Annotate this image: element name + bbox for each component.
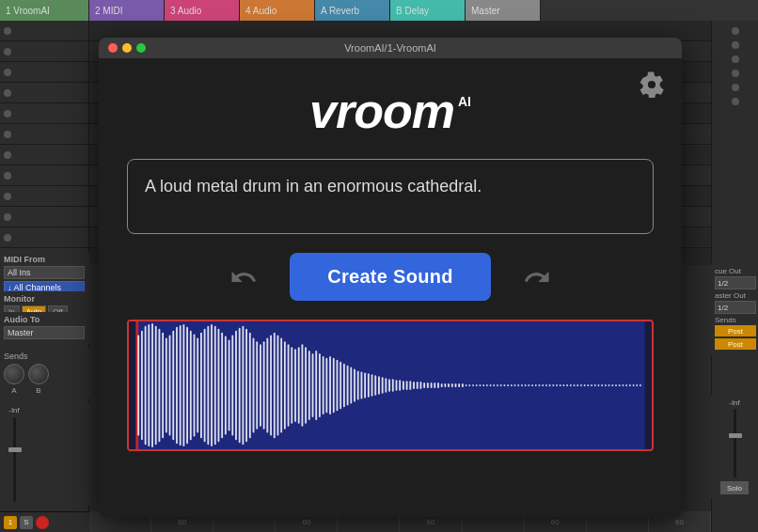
sidebar-track-11 [0, 227, 88, 248]
svg-rect-56 [323, 356, 324, 415]
create-sound-button[interactable]: Create Sound [290, 253, 491, 301]
fader-area[interactable]: -Inf [0, 402, 89, 506]
cue-out-label: cue Out [715, 267, 754, 275]
svg-rect-120 [545, 384, 547, 386]
svg-rect-137 [605, 384, 607, 386]
track-headers: 1 VroomAI 2 MIDI 3 Audio 4 Audio A Rever… [0, 0, 758, 21]
track-header-a[interactable]: A Reverb [315, 0, 390, 21]
svg-rect-101 [480, 384, 482, 386]
svg-rect-106 [497, 384, 498, 386]
track-record-button[interactable] [36, 516, 49, 529]
post-button-2[interactable]: Post [715, 338, 756, 350]
sends-label: Sends [4, 352, 86, 361]
svg-rect-98 [468, 384, 470, 386]
vroom-text: vroom [309, 86, 454, 135]
svg-rect-129 [576, 384, 578, 386]
audio-to-value[interactable]: Master [4, 326, 85, 339]
waveform-display[interactable] [127, 320, 654, 451]
svg-rect-95 [458, 383, 460, 387]
sidebar-track-6 [0, 124, 88, 145]
svg-rect-143 [625, 384, 627, 386]
svg-rect-9 [159, 329, 161, 442]
plugin-title: VroomAI/1-VroomAI [344, 42, 436, 54]
solo-button[interactable]: Solo [727, 484, 742, 493]
plugin-body: vroom AI Create Sound [99, 58, 682, 517]
minimize-button[interactable] [122, 43, 132, 53]
svg-rect-80 [406, 381, 408, 390]
svg-rect-43 [277, 336, 279, 436]
svg-rect-81 [409, 381, 411, 390]
svg-rect-23 [207, 326, 209, 445]
track-header-master[interactable]: Master [466, 0, 541, 21]
svg-rect-7 [151, 323, 153, 447]
svg-rect-31 [235, 331, 237, 441]
master-out-dropdown[interactable]: 1/2 [715, 301, 756, 314]
svg-rect-73 [382, 377, 384, 393]
svg-rect-86 [427, 383, 429, 388]
svg-rect-55 [319, 353, 321, 417]
track-number-button[interactable]: 1 [4, 516, 17, 529]
svg-rect-79 [403, 381, 404, 390]
svg-rect-5 [145, 326, 147, 445]
svg-rect-124 [560, 384, 561, 386]
sidebar-track-9 [0, 186, 88, 207]
svg-rect-39 [263, 341, 265, 429]
redo-button[interactable] [519, 259, 555, 295]
svg-rect-90 [441, 383, 443, 387]
svg-rect-142 [622, 384, 624, 386]
right-fader-area: -Inf Solo [711, 395, 758, 498]
svg-rect-127 [570, 384, 572, 386]
svg-rect-24 [211, 324, 213, 446]
track-header-1[interactable]: 1 VroomAI [0, 0, 89, 21]
master-out-label: aster Out [715, 291, 754, 300]
svg-rect-8 [155, 326, 157, 445]
track-header-3[interactable]: 3 Audio [165, 0, 240, 21]
send-b-knob[interactable] [28, 364, 49, 384]
track-solo-button[interactable]: S [20, 516, 33, 529]
track-header-4[interactable]: 4 Audio [240, 0, 315, 21]
svg-rect-63 [347, 366, 349, 406]
track-header-b[interactable]: B Delay [390, 0, 466, 21]
send-a-knob[interactable] [4, 364, 24, 384]
close-button[interactable] [108, 43, 118, 53]
svg-rect-60 [337, 360, 339, 411]
maximize-button[interactable] [136, 43, 146, 53]
svg-rect-71 [374, 375, 376, 395]
svg-rect-108 [503, 384, 505, 386]
svg-rect-130 [580, 384, 582, 386]
sidebar-track-1 [0, 21, 88, 41]
svg-rect-146 [636, 384, 638, 386]
midi-from-input1[interactable]: All Ins [4, 266, 85, 279]
svg-rect-20 [197, 337, 198, 432]
svg-rect-69 [368, 373, 370, 397]
undo-button[interactable] [226, 259, 261, 295]
svg-rect-100 [476, 384, 478, 386]
svg-rect-83 [417, 382, 418, 389]
svg-rect-139 [611, 384, 613, 386]
cue-out-dropdown[interactable]: 1/2 [715, 276, 756, 289]
svg-rect-59 [333, 358, 335, 413]
svg-rect-35 [249, 333, 251, 439]
post-button-1[interactable]: Post [715, 325, 756, 336]
svg-rect-48 [294, 349, 296, 422]
track-header-2[interactable]: 2 MIDI [89, 0, 165, 21]
right-controls: cue Out 1/2 aster Out 1/2 Sends Post Pos… [711, 263, 758, 355]
svg-rect-138 [608, 384, 610, 386]
svg-rect-42 [274, 333, 276, 439]
svg-rect-128 [574, 384, 576, 386]
svg-rect-91 [444, 383, 446, 387]
svg-rect-64 [350, 368, 352, 404]
settings-icon[interactable] [639, 71, 665, 102]
svg-rect-50 [301, 344, 303, 426]
sends-knobs: A B [4, 364, 86, 395]
svg-rect-29 [229, 339, 230, 430]
send-a-label: A [11, 386, 16, 395]
sidebar-track-7 [0, 145, 88, 165]
svg-rect-96 [462, 383, 464, 387]
svg-rect-10 [162, 333, 164, 439]
svg-rect-88 [434, 383, 435, 388]
svg-rect-33 [242, 326, 244, 445]
right-dot-6 [732, 98, 739, 105]
svg-rect-122 [552, 384, 554, 386]
prompt-input[interactable] [127, 159, 654, 234]
